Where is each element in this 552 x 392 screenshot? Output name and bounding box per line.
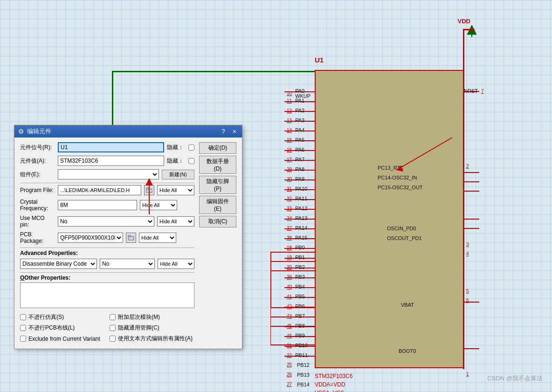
watermark: CSDN @我不会算法 — [487, 374, 543, 383]
dialog-title-left: ⚙ 编辑元件 — [18, 127, 51, 136]
pcb-select[interactable]: QFP50P900X900X100-48 — [58, 233, 123, 243]
no-sim-row: 不进行仿真(S) — [20, 313, 105, 321]
advanced-value-select[interactable]: No Yes — [100, 259, 155, 269]
pcb-browse-button[interactable] — [126, 233, 136, 243]
no-pcb-row: 不进行PCB布线(L) — [20, 324, 105, 332]
text-edit-checkbox[interactable] — [110, 336, 116, 342]
ref-row: 元件位号(R): 隐藏： — [20, 142, 194, 152]
red-wire-top-h — [463, 29, 475, 30]
dialog-close-button[interactable]: × — [231, 128, 238, 135]
text-edit-label: 使用文本方式编辑所有属性(A) — [118, 335, 193, 343]
value-row: 元件值(A): 隐藏： — [20, 156, 194, 166]
ic-right-vbat: VBAT — [401, 302, 414, 308]
cancel-button[interactable]: 取消(C) — [199, 216, 236, 227]
hide-pin-button[interactable]: 隐藏引脚(P) — [199, 176, 236, 194]
confirm-button[interactable]: 确定(D) — [199, 142, 236, 154]
crystal-input[interactable] — [58, 200, 137, 210]
exclude-variant-checkbox[interactable] — [20, 336, 26, 342]
dialog-body: 确定(D) 数据手册(D) 隐藏引脚(P) 编辑固件(E) 取消(C) 元件位号… — [14, 138, 242, 349]
ic-right-boot0: BOOT0 — [399, 348, 416, 354]
other-textarea[interactable] — [20, 282, 194, 308]
advanced-type-select[interactable]: Disassemble Binary Code — [20, 259, 97, 269]
edit-firm-button[interactable]: 编辑固件(E) — [199, 196, 236, 214]
dialog-help-button[interactable]: ? — [220, 128, 227, 135]
hide-generic-row: 隐藏通用管脚(C) — [110, 324, 194, 332]
advanced-label: Advanced Properties: — [20, 250, 194, 256]
pcb-row: PCB Package: QFP50P900X900X100-48 Hide A… — [20, 231, 194, 244]
no-sim-label: 不进行仿真(S) — [28, 313, 64, 321]
mco-label: Use MCO pin: — [20, 215, 55, 228]
vdd-label: VDD — [458, 18, 470, 25]
svg-line-43 — [396, 138, 452, 170]
ic-right-names-inside-2: OSCIN_PD0 OSCOUT_PD1 — [387, 224, 422, 243]
bottom-checkboxes: 不进行仿真(S) 附加层次模块(M) 不进行PCB布线(L) 隐藏通用管脚(C) — [20, 313, 194, 344]
crystal-label: Crystal Frequency: — [20, 199, 55, 212]
advanced-row: Disassemble Binary Code No Yes Hide All — [20, 259, 194, 269]
ref-label: 元件位号(R): — [20, 144, 55, 151]
hide-generic-checkbox[interactable] — [110, 325, 116, 331]
value-hide-checkbox[interactable] — [188, 158, 194, 164]
value-input[interactable] — [58, 156, 164, 166]
annotation-arrow — [126, 177, 172, 219]
exclude-variant-row: Exclude from Current Variant — [20, 335, 105, 343]
advanced-hide-select[interactable]: Hide All — [158, 259, 194, 269]
datasheet-button[interactable]: 数据手册(D) — [199, 156, 236, 174]
right-pin-wires — [463, 70, 482, 368]
hide-label-1: 隐藏： — [167, 144, 184, 151]
dialog-icon: ⚙ — [18, 128, 24, 135]
pcb-hide-select[interactable]: Hide All — [139, 233, 176, 243]
ref-hide-checkbox[interactable] — [188, 144, 194, 151]
ic-label: U1 — [315, 56, 324, 64]
hide-label-2: 隐藏： — [167, 157, 184, 165]
dialog-edit-component: ⚙ 编辑元件 ? × 确定(D) 数据手册(D) 隐藏引脚(P) 编辑固件(E)… — [14, 125, 242, 349]
vdd-symbol — [466, 24, 477, 37]
add-module-checkbox[interactable] — [110, 314, 116, 320]
chip-arrow — [373, 135, 457, 172]
add-module-label: 附加层次模块(M) — [118, 313, 160, 321]
other-label: OOther Properties: — [20, 275, 194, 281]
no-pcb-checkbox[interactable] — [20, 325, 26, 331]
ic-bottom-labels: STM32F103C6 VDDA=VDD VSSA=VSS — [315, 372, 352, 392]
no-sim-checkbox[interactable] — [20, 314, 26, 320]
text-edit-row: 使用文本方式编辑所有属性(A) — [110, 335, 194, 343]
ref-input[interactable] — [58, 142, 164, 152]
add-module-row: 附加层次模块(M) — [110, 313, 194, 321]
footprint-label: 组件(E): — [20, 171, 55, 179]
red-wire-top — [463, 29, 464, 71]
hide-generic-label: 隐藏通用管脚(C) — [118, 324, 159, 332]
exclude-variant-label: Exclude from Current Variant — [28, 336, 100, 342]
pb-bottom-wires — [270, 294, 317, 387]
program-label: Program File: — [20, 187, 55, 193]
dialog-title-controls: ? × — [220, 128, 238, 135]
value-label: 元件值(A): — [20, 157, 55, 165]
svg-rect-48 — [128, 235, 131, 237]
dialog-title-bar: ⚙ 编辑元件 ? × — [14, 125, 242, 138]
dialog-title-text: 编辑元件 — [27, 127, 51, 136]
no-pcb-label: 不进行PCB布线(L) — [28, 324, 75, 332]
ic-chip-body — [315, 70, 464, 368]
pcb-label: PCB Package: — [20, 231, 55, 244]
